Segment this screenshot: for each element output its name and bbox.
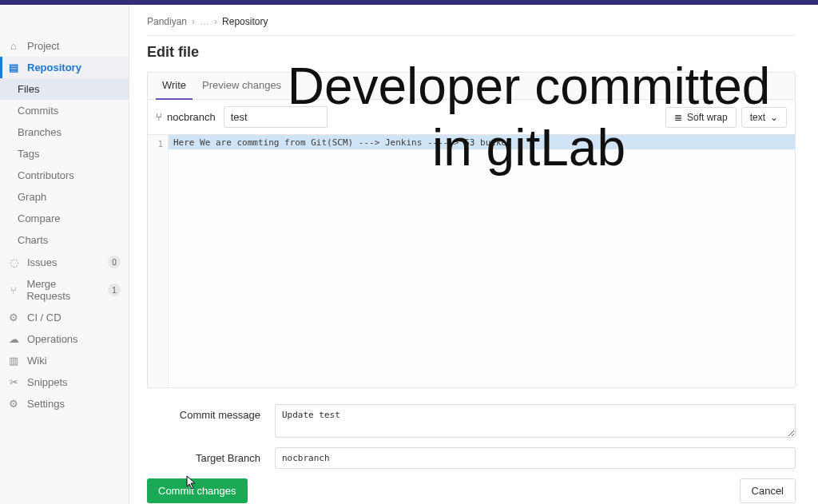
sidebar-item-merge-requests[interactable]: ⑂ Merge Requests 1 [0, 273, 129, 307]
soft-wrap-button[interactable]: ≣ Soft wrap [665, 107, 737, 128]
sidebar-sub-graph[interactable]: Graph [0, 186, 129, 208]
sidebar-item-label: Repository [27, 62, 81, 73]
breadcrumb-current: Repository [222, 16, 268, 27]
settings-icon: ⚙ [8, 399, 19, 410]
sidebar-item-issues[interactable]: ◌ Issues 0 [0, 251, 129, 273]
code-line[interactable]: Here We are commting from Git(SCM) ---> … [169, 135, 795, 149]
sidebar-item-label: Settings [27, 398, 65, 410]
breadcrumb-mid[interactable]: … [200, 16, 209, 27]
sidebar-sub-charts[interactable]: Charts [0, 229, 129, 251]
sidebar-item-label: Operations [27, 333, 78, 345]
wrap-icon: ≣ [674, 112, 682, 123]
merge-icon: ⑂ [8, 284, 18, 296]
commit-message-label: Commit message [147, 404, 275, 421]
code-editor[interactable]: 1 Here We are commting from Git(SCM) ---… [148, 135, 795, 387]
mr-count-badge: 1 [108, 284, 121, 296]
sidebar-item-repository[interactable]: ▤ Repository [0, 57, 129, 78]
page-title: Edit file [147, 44, 796, 61]
tab-label: Preview changes [202, 79, 281, 91]
filename-input[interactable] [224, 106, 328, 128]
sidebar-item-label: Issues [27, 256, 58, 268]
breadcrumb-separator: › [192, 16, 195, 27]
sidebar-item-wiki[interactable]: ▥ Wiki [0, 350, 129, 371]
main-content: Pandiyan › … › Repository Edit file Writ… [129, 5, 818, 504]
divider [147, 35, 796, 36]
editor-tabs: Write Preview changes [148, 73, 795, 100]
branch-icon: ⑂ [156, 111, 162, 123]
sidebar-sub-label: Graph [18, 191, 46, 203]
ops-icon: ☁ [8, 334, 19, 345]
target-branch-label: Target Branch [147, 447, 275, 464]
sidebar-sub-label: Charts [18, 234, 48, 246]
sidebar-sub-compare[interactable]: Compare [0, 208, 129, 229]
editor-panel: Write Preview changes ⑂ nocbranch ≣ Soft… [147, 72, 796, 388]
sidebar-sub-branches[interactable]: Branches [0, 121, 129, 143]
breadcrumb-separator: › [214, 16, 217, 27]
sidebar-item-label: Wiki [27, 355, 47, 367]
sidebar-sub-label: Branches [18, 126, 62, 138]
home-icon: ⌂ [8, 41, 19, 52]
code-body[interactable]: Here We are commting from Git(SCM) ---> … [169, 135, 795, 387]
sidebar-sub-label: Compare [18, 212, 60, 224]
commit-message-input[interactable]: Update test [275, 404, 796, 438]
project-avatar-spot [0, 5, 129, 35]
ci-icon: ⚙ [8, 312, 19, 323]
syntax-label: text [750, 112, 765, 123]
syntax-dropdown[interactable]: text ⌄ [741, 107, 787, 128]
code-gutter: 1 [148, 135, 169, 387]
tab-preview[interactable]: Preview changes [196, 73, 288, 99]
commit-changes-button[interactable]: Commit changes [147, 478, 248, 503]
cancel-button[interactable]: Cancel [740, 478, 796, 503]
sidebar-sub-commits[interactable]: Commits [0, 100, 129, 121]
sidebar-sub-label: Tags [18, 148, 39, 160]
sidebar-sub-tags[interactable]: Tags [0, 143, 129, 165]
sidebar-sub-files[interactable]: Files [0, 78, 129, 100]
sidebar: ⌂ Project ▤ Repository Files Commits Bra… [0, 5, 129, 504]
breadcrumb: Pandiyan › … › Repository [147, 13, 796, 30]
wiki-icon: ▥ [8, 355, 19, 367]
sidebar-item-snippets[interactable]: ✂ Snippets [0, 371, 129, 393]
sidebar-sub-label: Files [18, 83, 39, 95]
page: ⌂ Project ▤ Repository Files Commits Bra… [0, 5, 818, 504]
breadcrumb-root[interactable]: Pandiyan [147, 16, 187, 27]
chevron-down-icon: ⌄ [770, 112, 778, 123]
sidebar-item-label: Project [27, 40, 59, 52]
sidebar-item-ci-cd[interactable]: ⚙ CI / CD [0, 307, 129, 328]
line-number: 1 [148, 138, 163, 151]
tab-write[interactable]: Write [156, 73, 193, 100]
branch-name: nocbranch [167, 111, 216, 123]
target-branch-input[interactable] [275, 447, 796, 469]
sidebar-item-label: Merge Requests [26, 278, 100, 302]
sidebar-item-project[interactable]: ⌂ Project [0, 35, 129, 57]
editor-toolbar: ⑂ nocbranch ≣ Soft wrap text ⌄ [148, 100, 795, 135]
sidebar-item-settings[interactable]: ⚙ Settings [0, 393, 129, 415]
sidebar-sub-contributors[interactable]: Contributors [0, 165, 129, 186]
sidebar-item-label: Snippets [27, 376, 68, 388]
sidebar-sub-label: Commits [18, 105, 58, 117]
sidebar-sub-label: Contributors [18, 169, 74, 181]
soft-wrap-label: Soft wrap [687, 112, 728, 123]
commit-form: Commit message Update test Target Branch… [147, 404, 796, 503]
sidebar-item-operations[interactable]: ☁ Operations [0, 328, 129, 350]
snippets-icon: ✂ [8, 377, 19, 388]
issues-count-badge: 0 [108, 256, 121, 268]
tab-label: Write [162, 79, 186, 91]
branch-indicator: ⑂ nocbranch [156, 111, 216, 123]
file-icon: ▤ [8, 62, 19, 73]
sidebar-item-label: CI / CD [27, 312, 62, 323]
issues-icon: ◌ [8, 256, 19, 268]
